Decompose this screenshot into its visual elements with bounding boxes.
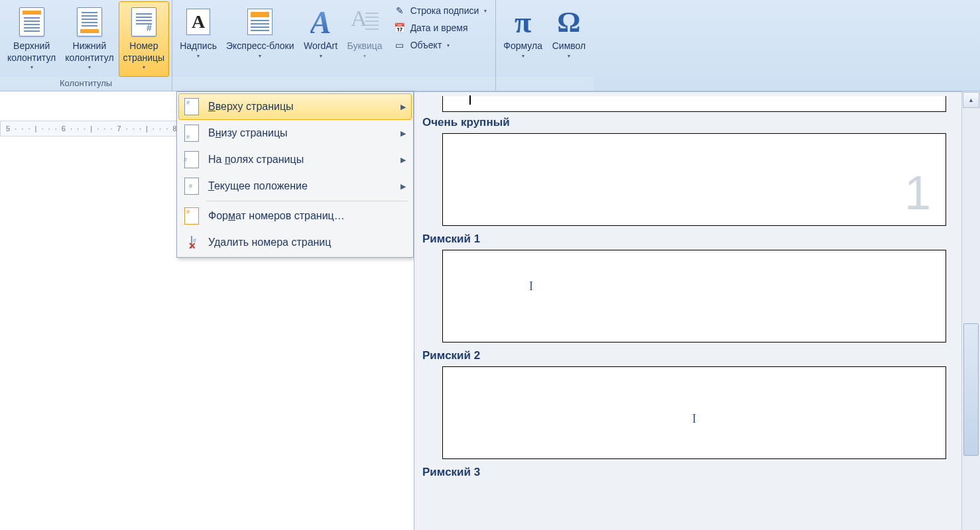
menu-bottom-of-page[interactable]: # Внизу страницы ▶ <box>178 120 412 146</box>
group-symbols: π Формула ▾ Ω Символ ▾ <box>496 0 593 91</box>
text-box-icon: A <box>181 5 215 39</box>
wordart-icon: A <box>304 5 338 39</box>
chevron-down-icon: ▾ <box>568 53 570 59</box>
date-time-button[interactable]: 📅Дата и время <box>390 20 491 36</box>
group-label-headers: Колонтитулы <box>0 77 172 91</box>
gallery-section-very-large: Очень крупный <box>422 116 953 129</box>
object-button[interactable]: ▭Объект▾ <box>390 37 491 53</box>
submenu-arrow-icon: ▶ <box>400 129 406 138</box>
drop-cap-button[interactable]: A Буквица ▾ <box>343 1 387 77</box>
omega-icon: Ω <box>552 5 586 39</box>
roman-numeral-preview: I <box>529 280 533 293</box>
gallery-section-roman-2: Римский 2 <box>422 349 953 362</box>
menu-top-of-page[interactable]: # Вверху страницы ▶ <box>178 93 412 120</box>
header-icon <box>15 5 49 39</box>
vertical-scrollbar[interactable]: ▲ <box>961 91 980 530</box>
submenu-arrow-icon: ▶ <box>400 156 406 164</box>
submenu-arrow-icon: ▶ <box>400 182 406 191</box>
chevron-down-icon: ▾ <box>197 53 200 59</box>
symbol-button[interactable]: Ω Символ ▾ <box>547 1 591 77</box>
page-bottom-icon: # <box>182 123 202 143</box>
chevron-down-icon: ▾ <box>447 42 450 48</box>
large-number-preview: 1 <box>904 166 931 220</box>
format-icon: # <box>182 206 202 226</box>
footer-button[interactable]: Нижний колонтитул ▾ <box>60 1 118 77</box>
chevron-down-icon: ▾ <box>484 8 487 14</box>
submenu-arrow-icon: ▶ <box>400 103 406 111</box>
page-top-icon: # <box>182 97 202 117</box>
gallery-tile-very-large[interactable]: 1 <box>442 133 946 226</box>
text-box-button[interactable]: A Надпись ▾ <box>175 1 221 77</box>
scroll-up-button[interactable]: ▲ <box>963 92 979 108</box>
chevron-down-icon: ▾ <box>363 53 366 59</box>
page-number-button[interactable]: # Номер страницы ▾ <box>119 1 170 77</box>
object-icon: ▭ <box>393 39 406 51</box>
equation-button[interactable]: π Формула ▾ <box>499 1 547 77</box>
header-button[interactable]: Верхний колонтитул ▾ <box>3 1 60 77</box>
page-number-icon: # <box>127 5 161 39</box>
page-number-gallery: Очень крупный 1 Римский 1 I Римский 2 I … <box>414 91 961 530</box>
group-headers-footers: Верхний колонтитул ▾ Нижний колонтитул ▾… <box>0 0 172 91</box>
menu-current-position[interactable]: # Текущее положение ▶ <box>178 173 412 199</box>
group-text: A Надпись ▾ Экспресс-блоки ▾ A WordArt ▾… <box>172 0 496 91</box>
gallery-tile-roman-2[interactable]: I <box>442 366 946 459</box>
gallery-section-roman-3: Римский 3 <box>422 466 953 479</box>
gallery-tile-roman-1[interactable]: I <box>442 250 946 343</box>
chevron-down-icon: ▾ <box>522 53 524 59</box>
gallery-preview-partial[interactable] <box>442 96 946 112</box>
page-current-icon: # <box>182 176 202 196</box>
horizontal-ruler: 5 · · · | · · · 6 · · · | · · · 7 · · · … <box>0 121 179 136</box>
text-small-column: ✎Строка подписи▾ 📅Дата и время ▭Объект▾ <box>387 1 493 77</box>
gallery-section-roman-1: Римский 1 <box>422 233 953 246</box>
wordart-button[interactable]: A WordArt ▾ <box>299 1 343 77</box>
remove-icon: #✕ <box>182 233 202 252</box>
signature-line-button[interactable]: ✎Строка подписи▾ <box>390 3 491 19</box>
chevron-down-icon: ▾ <box>88 64 91 70</box>
ribbon: Верхний колонтитул ▾ Нижний колонтитул ▾… <box>0 0 980 91</box>
chevron-down-icon: ▾ <box>31 64 33 70</box>
menu-remove-page-numbers[interactable]: #✕ Удалить номера страниц <box>178 229 412 256</box>
page-number-menu: # Вверху страницы ▶ # Внизу страницы ▶ #… <box>176 91 414 258</box>
roman-numeral-preview: I <box>692 412 696 426</box>
chevron-down-icon: ▾ <box>320 53 322 59</box>
menu-separator <box>206 201 408 201</box>
pi-icon: π <box>506 5 540 39</box>
scroll-thumb[interactable] <box>963 323 979 456</box>
drop-cap-icon: A <box>347 5 382 39</box>
chevron-down-icon: ▾ <box>259 53 261 59</box>
calendar-icon: 📅 <box>393 22 406 34</box>
page-margin-icon: # <box>182 150 202 170</box>
menu-format-page-numbers[interactable]: # Формат номеров страниц… <box>178 203 412 229</box>
quick-parts-button[interactable]: Экспресс-блоки ▾ <box>221 1 299 77</box>
quick-parts-icon <box>243 5 277 39</box>
footer-icon <box>72 5 107 39</box>
menu-page-margins[interactable]: # На полях страницы ▶ <box>178 146 412 173</box>
signature-icon: ✎ <box>393 5 406 17</box>
chevron-down-icon: ▾ <box>143 64 145 70</box>
